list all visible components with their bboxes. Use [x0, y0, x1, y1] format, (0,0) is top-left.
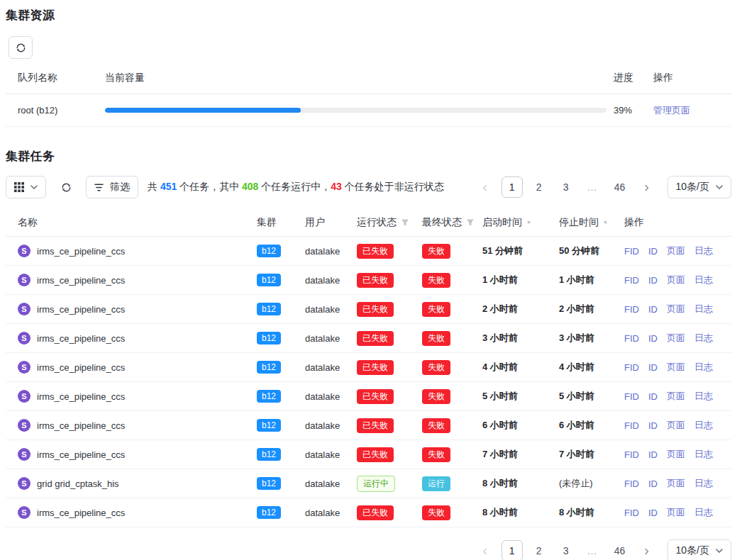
page-button-1[interactable]: 1: [502, 177, 523, 198]
page-link[interactable]: 页面: [667, 506, 685, 519]
page-link[interactable]: 页面: [667, 448, 685, 461]
user-name: datalake: [305, 449, 357, 460]
prev-page-button[interactable]: ‹: [475, 177, 496, 198]
col-stop-time[interactable]: 停止时间 ▲▼: [559, 216, 624, 229]
log-link[interactable]: 日志: [694, 390, 713, 403]
filter-button[interactable]: 筛选: [86, 176, 138, 198]
col-start-time[interactable]: 启动时间 ▲▼: [482, 216, 559, 229]
id-link[interactable]: ID: [648, 304, 658, 315]
task-name: irms_ce_pipeline_ccs: [37, 508, 125, 518]
id-link[interactable]: ID: [648, 275, 658, 286]
page-ellipsis[interactable]: …: [582, 540, 604, 560]
id-link[interactable]: ID: [648, 449, 658, 460]
log-link[interactable]: 日志: [694, 332, 713, 345]
fid-link[interactable]: FID: [624, 508, 639, 518]
log-link[interactable]: 日志: [694, 477, 713, 490]
fid-link[interactable]: FID: [624, 304, 639, 315]
stop-time: 6 小时前: [559, 419, 624, 432]
final-status-badge: 失败: [422, 360, 450, 375]
log-link[interactable]: 日志: [694, 361, 713, 374]
next-page-button[interactable]: ›: [636, 540, 658, 560]
page-button-46[interactable]: 46: [609, 540, 631, 560]
page-button-2[interactable]: 2: [528, 177, 550, 198]
run-status-badge: 运行中: [357, 476, 395, 492]
run-status-badge: 已失败: [357, 244, 394, 259]
fid-link[interactable]: FID: [624, 449, 639, 460]
page-size-select[interactable]: 10条/页: [667, 539, 731, 560]
fid-link[interactable]: FID: [624, 362, 639, 373]
page-link[interactable]: 页面: [667, 332, 685, 345]
page-ellipsis[interactable]: …: [582, 177, 604, 198]
prev-page-button[interactable]: ‹: [475, 540, 496, 560]
user-name: datalake: [305, 362, 357, 373]
page-link[interactable]: 页面: [667, 361, 685, 374]
progress-percent: 39%: [614, 105, 653, 116]
start-time: 3 小时前: [482, 332, 559, 345]
id-link[interactable]: ID: [648, 508, 658, 518]
page-button-2[interactable]: 2: [528, 540, 550, 560]
id-link[interactable]: ID: [648, 333, 658, 344]
log-link[interactable]: 日志: [694, 245, 713, 257]
fid-link[interactable]: FID: [624, 478, 639, 489]
column-settings-button[interactable]: [6, 176, 46, 198]
page-button-1[interactable]: 1: [502, 540, 523, 560]
capacity-progress-bar: [105, 108, 606, 113]
resources-refresh-button[interactable]: [9, 36, 33, 59]
fid-link[interactable]: FID: [624, 420, 639, 431]
log-link[interactable]: 日志: [694, 274, 713, 286]
page-link[interactable]: 页面: [667, 390, 685, 403]
avatar: S: [18, 477, 31, 490]
fid-link[interactable]: FID: [624, 246, 639, 257]
tasks-refresh-button[interactable]: [55, 176, 77, 198]
user-name: datalake: [305, 420, 357, 431]
start-time: 8 小时前: [482, 477, 559, 490]
fid-link[interactable]: FID: [624, 333, 639, 344]
start-time: 4 小时前: [482, 361, 559, 374]
sort-icon[interactable]: ▲▼: [603, 222, 608, 223]
funnel-filter-icon[interactable]: [401, 218, 409, 227]
tasks-table-header: 名称 集群 用户 运行状态 最终状态 启动时间 ▲▼: [6, 208, 731, 237]
table-row: S irms_ce_pipeline_ccs b12 datalake 已失败 …: [6, 324, 731, 353]
page-button-3[interactable]: 3: [555, 540, 577, 560]
page-size-select[interactable]: 10条/页: [667, 176, 731, 198]
refresh-icon: [16, 43, 26, 53]
start-time: 2 小时前: [482, 303, 559, 315]
task-name: irms_ce_pipeline_ccs: [37, 275, 125, 286]
page-button-46[interactable]: 46: [609, 177, 631, 198]
chevron-down-icon: [716, 549, 723, 553]
col-stop-time-label: 停止时间: [559, 216, 599, 229]
avatar: S: [18, 332, 31, 345]
page-link[interactable]: 页面: [667, 303, 685, 315]
log-link[interactable]: 日志: [694, 506, 713, 519]
col-cluster: 集群: [257, 216, 305, 229]
summary-text: 个任务，其中: [177, 181, 242, 192]
next-page-button[interactable]: ›: [636, 177, 658, 198]
final-status-badge: 失败: [422, 273, 450, 288]
summary-text: 个任务运行中，: [258, 181, 331, 192]
pagination-top: ‹ 1 2 3 … 46 › 10条/页: [475, 176, 731, 198]
page-link[interactable]: 页面: [667, 245, 685, 257]
fid-link[interactable]: FID: [624, 391, 639, 402]
run-status-badge: 已失败: [357, 302, 394, 317]
funnel-filter-icon[interactable]: [466, 218, 475, 227]
task-name: irms_ce_pipeline_ccs: [37, 333, 125, 344]
page-link[interactable]: 页面: [667, 477, 685, 490]
tasks-toolbar: 筛选 共 451 个任务，其中 408 个任务运行中，43 个任务处于非运行状态…: [6, 176, 731, 198]
filter-lines-icon: [94, 184, 104, 191]
page-link[interactable]: 页面: [667, 274, 685, 286]
fid-link[interactable]: FID: [624, 275, 639, 286]
id-link[interactable]: ID: [648, 391, 658, 402]
id-link[interactable]: ID: [648, 420, 658, 431]
manage-page-link[interactable]: 管理页面: [653, 105, 690, 116]
sort-icon[interactable]: ▲▼: [526, 222, 531, 223]
log-link[interactable]: 日志: [694, 419, 713, 432]
id-link[interactable]: ID: [648, 362, 658, 373]
log-link[interactable]: 日志: [694, 448, 713, 461]
cluster-badge: b12: [257, 332, 281, 345]
id-link[interactable]: ID: [648, 246, 658, 257]
resources-table-row: root (b12) 39% 管理页面: [6, 94, 731, 127]
page-link[interactable]: 页面: [667, 419, 685, 432]
log-link[interactable]: 日志: [694, 303, 713, 315]
page-button-3[interactable]: 3: [555, 177, 577, 198]
id-link[interactable]: ID: [648, 478, 658, 489]
